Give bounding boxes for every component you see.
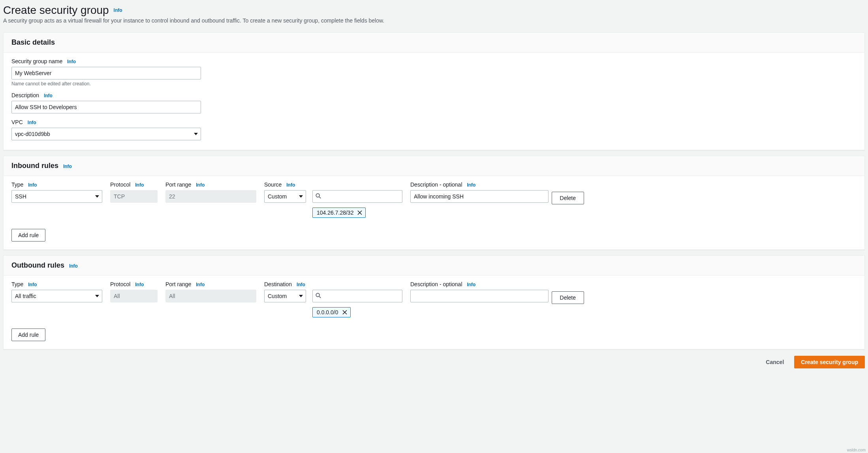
inbound-protocol-input: [110, 190, 158, 203]
outbound-dest-search-input[interactable]: [312, 290, 402, 302]
inbound-source-mode-select[interactable]: [264, 190, 306, 203]
svg-point-4: [316, 293, 319, 297]
outbound-desc-input[interactable]: [410, 290, 549, 302]
outbound-protocol-input: [110, 290, 158, 302]
outbound-rules-title: Outbound rules: [11, 261, 64, 270]
search-icon: [316, 193, 321, 200]
outbound-rules-panel: Outbound rules Info Type Info: [3, 255, 865, 349]
chip-label: 104.26.7.28/32: [317, 210, 353, 216]
inbound-type-select[interactable]: [11, 190, 102, 203]
inbound-desc-input[interactable]: [410, 190, 549, 203]
sg-vpc-info-link[interactable]: Info: [28, 120, 36, 125]
outbound-desc-info-link[interactable]: Info: [467, 282, 475, 287]
inbound-col-type: Type Info: [11, 181, 102, 188]
inbound-rules-panel: Inbound rules Info Type Info: [3, 156, 865, 250]
page-header: Create security group Info A security gr…: [3, 3, 865, 27]
outbound-info-link[interactable]: Info: [69, 263, 78, 269]
page-subtitle: A security group acts as a virtual firew…: [3, 17, 865, 24]
inbound-rules-title: Inbound rules: [11, 162, 58, 170]
inbound-rules-header: Inbound rules Info: [4, 156, 864, 176]
outbound-col-desc: Description - optional Info: [410, 281, 549, 287]
inbound-source-info-link[interactable]: Info: [286, 182, 295, 188]
inbound-info-link[interactable]: Info: [63, 164, 72, 169]
outbound-type-select[interactable]: [11, 290, 102, 302]
outbound-col-type: Type Info: [11, 281, 102, 287]
svg-point-0: [316, 194, 319, 197]
sg-name-info-link[interactable]: Info: [67, 59, 76, 64]
outbound-col-port: Port range Info: [165, 281, 256, 287]
outbound-dest-mode-select[interactable]: [264, 290, 306, 302]
outbound-port-info-link[interactable]: Info: [196, 282, 205, 287]
outbound-col-protocol: Protocol Info: [110, 281, 158, 287]
chip-remove-icon[interactable]: [342, 310, 347, 315]
inbound-type-info-link[interactable]: Info: [28, 182, 37, 188]
inbound-source-search-input[interactable]: [312, 190, 402, 203]
chip-label: 0.0.0.0/0: [317, 309, 338, 315]
svg-line-1: [319, 197, 321, 198]
inbound-desc-info-link[interactable]: Info: [467, 182, 475, 188]
sg-name-input[interactable]: [11, 67, 201, 79]
outbound-delete-button[interactable]: Delete: [552, 291, 584, 304]
sg-vpc-select[interactable]: [11, 128, 201, 140]
outbound-col-dest: Destination Info: [264, 281, 402, 287]
inbound-source-chip: 104.26.7.28/32: [312, 208, 366, 218]
inbound-port-input: [165, 190, 256, 203]
basic-details-header: Basic details: [4, 33, 864, 53]
search-icon: [316, 293, 321, 300]
page-title-info-link[interactable]: Info: [114, 8, 122, 13]
outbound-rules-header: Outbound rules Info: [4, 256, 864, 276]
svg-line-5: [319, 296, 321, 298]
sg-desc-input[interactable]: [11, 101, 201, 113]
cancel-button[interactable]: Cancel: [759, 356, 790, 368]
inbound-col-source: Source Info: [264, 181, 402, 188]
sg-name-helper: Name cannot be edited after creation.: [11, 81, 857, 87]
basic-details-panel: Basic details Security group name Info N…: [3, 32, 865, 150]
outbound-dest-chip: 0.0.0.0/0: [312, 307, 351, 317]
inbound-port-info-link[interactable]: Info: [196, 182, 205, 188]
sg-name-label: Security group name Info: [11, 58, 857, 64]
sg-desc-info-link[interactable]: Info: [44, 93, 53, 98]
inbound-protocol-info-link[interactable]: Info: [135, 182, 144, 188]
outbound-dest-info-link[interactable]: Info: [297, 282, 305, 287]
create-security-group-button[interactable]: Create security group: [794, 356, 865, 368]
page-title: Create security group: [3, 4, 109, 17]
inbound-col-desc: Description - optional Info: [410, 181, 549, 188]
sg-desc-label: Description Info: [11, 92, 857, 98]
outbound-add-rule-button[interactable]: Add rule: [11, 328, 45, 341]
outbound-port-input: [165, 290, 256, 302]
inbound-delete-button[interactable]: Delete: [552, 192, 584, 204]
outbound-protocol-info-link[interactable]: Info: [135, 282, 144, 287]
outbound-type-info-link[interactable]: Info: [28, 282, 37, 287]
sg-vpc-label: VPC Info: [11, 119, 857, 125]
chip-remove-icon[interactable]: [357, 210, 362, 215]
inbound-add-rule-button[interactable]: Add rule: [11, 229, 45, 242]
inbound-col-protocol: Protocol Info: [110, 181, 158, 188]
footer-actions: Cancel Create security group: [0, 356, 868, 373]
inbound-col-port: Port range Info: [165, 181, 256, 188]
basic-details-title: Basic details: [11, 38, 55, 47]
